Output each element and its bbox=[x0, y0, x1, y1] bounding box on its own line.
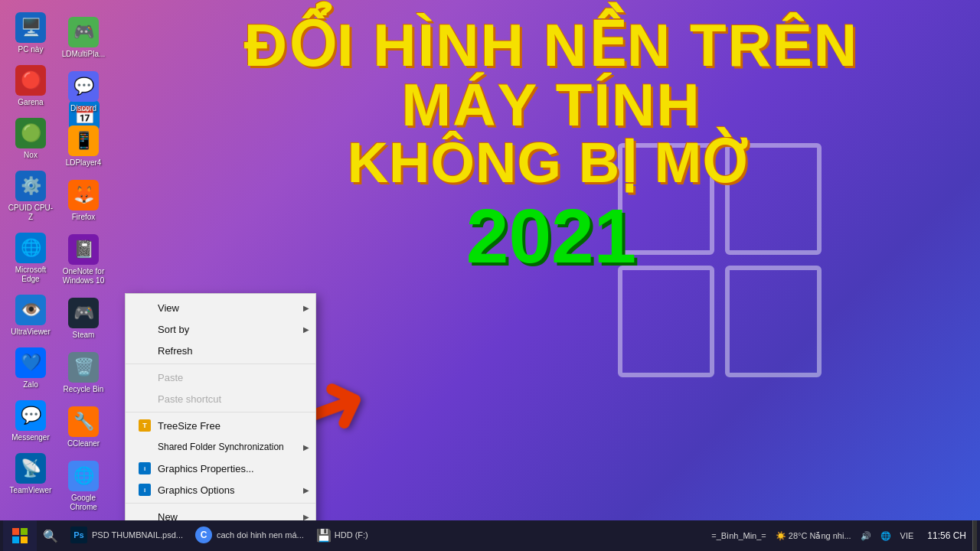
icon-pc[interactable]: 🖥️ PC này bbox=[4, 8, 57, 59]
menu-refresh-label: Refresh bbox=[158, 345, 193, 357]
menu-shared-folder-icon bbox=[138, 440, 152, 454]
taskbar-app-hdd[interactable]: 💾 HDD (F:) bbox=[310, 521, 417, 550]
icon-teamviewer-label: TeamViewer bbox=[10, 486, 52, 495]
menu-graphics-prop-icon: i bbox=[138, 461, 152, 475]
menu-treesize-label: TreeSize Free bbox=[158, 420, 220, 432]
volume-icon: 🔊 bbox=[861, 531, 871, 540]
icon-steam[interactable]: 🎮 Steam bbox=[57, 293, 110, 344]
menu-view-label: View bbox=[158, 302, 179, 314]
menu-refresh-icon bbox=[138, 344, 152, 357]
icon-recyclebin[interactable]: 🗑️ Recycle Bin bbox=[57, 347, 110, 399]
teamviewer-icon: 📡 bbox=[15, 453, 46, 484]
svg-rect-0 bbox=[620, 145, 712, 253]
menu-graphics-properties[interactable]: i Graphics Properties... bbox=[126, 458, 315, 479]
taskbar-search-button[interactable]: 🔍 bbox=[37, 522, 64, 549]
icon-teamviewer[interactable]: 📡 TeamViewer bbox=[4, 448, 57, 500]
taskbar-app-chrome[interactable]: C cach doi hinh nen má... bbox=[189, 521, 310, 550]
garena-icon: 🔴 bbox=[15, 65, 46, 96]
chrome-taskbar-label: cach doi hinh nen má... bbox=[217, 530, 304, 540]
taskbar-app-photoshop[interactable]: Ps PSD THUMBNAIL.psd... bbox=[64, 521, 189, 550]
menu-sort-label: Sort by bbox=[158, 324, 189, 335]
icon-ldmulti-label: LDMultiPla... bbox=[62, 50, 106, 59]
icon-ccleaner-label: CCleaner bbox=[67, 439, 100, 448]
svg-rect-1 bbox=[727, 145, 819, 253]
menu-sort-arrow: ▶ bbox=[303, 325, 309, 334]
icon-discord[interactable]: 💬 Discord bbox=[57, 67, 110, 118]
icon-garena-label: Garena bbox=[18, 98, 43, 107]
svg-rect-7 bbox=[21, 536, 28, 543]
icon-firefox-label: Firefox bbox=[72, 213, 96, 222]
onenote-icon: 📓 bbox=[68, 234, 99, 265]
icon-msedge-label: Microsoft Edge bbox=[7, 266, 54, 284]
photoshop-taskbar-label: PSD THUMBNAIL.psd... bbox=[92, 530, 183, 540]
icon-messenger[interactable]: 💬 Messenger bbox=[4, 396, 57, 447]
menu-treesize[interactable]: T TreeSize Free bbox=[126, 415, 315, 436]
icon-onenote[interactable]: 📓 OneNote for Windows 10 bbox=[57, 230, 110, 290]
ldmulti-icon: 🎮 bbox=[68, 17, 99, 47]
tray-weather[interactable]: ☀️ 28°C Nắng nhi... bbox=[773, 530, 854, 543]
cpuid-icon: ⚙️ bbox=[15, 171, 46, 201]
menu-view-arrow: ▶ bbox=[303, 304, 309, 312]
menu-paste-icon bbox=[138, 370, 152, 384]
icon-ultraviewer-label: UltraViewer bbox=[11, 328, 51, 337]
messenger-icon: 💬 bbox=[15, 400, 46, 431]
tray-volume[interactable]: 🔊 bbox=[858, 530, 874, 543]
firefox-icon: 🦊 bbox=[68, 180, 99, 210]
icon-messenger-label: Messenger bbox=[11, 433, 49, 442]
menu-graphics-options-label: Graphics Options bbox=[158, 484, 234, 496]
icon-ldplayer4[interactable]: 📱 LDPlayer4 bbox=[57, 121, 110, 172]
network-icon: 🌐 bbox=[880, 531, 891, 540]
svg-rect-6 bbox=[12, 536, 19, 543]
menu-treesize-icon: T bbox=[138, 419, 152, 432]
menu-graphics-options[interactable]: i Graphics Options ▶ bbox=[126, 479, 315, 500]
icon-nox[interactable]: 🟢 Nox bbox=[4, 113, 57, 165]
start-button[interactable] bbox=[3, 520, 37, 551]
icon-ccleaner[interactable]: 🔧 CCleaner bbox=[57, 402, 110, 453]
menu-sep2 bbox=[126, 412, 315, 412]
hdd-taskbar-icon: 💾 bbox=[316, 528, 330, 543]
icon-cpuid[interactable]: ⚙️ CPUID CPU-Z bbox=[4, 166, 57, 227]
windows-logo-decoration bbox=[612, 138, 827, 383]
icon-chrome[interactable]: 🌐 Google Chrome bbox=[57, 456, 110, 517]
clock-time: 11:56 CH bbox=[927, 530, 966, 541]
menu-paste-shortcut-icon bbox=[138, 392, 152, 406]
desktop-icons-col2: 🎮 LDMultiPla... 💬 Discord 📱 LDPlayer4 🦊 … bbox=[55, 8, 112, 551]
icon-ultraviewer[interactable]: 👁️ UltraViewer bbox=[4, 290, 57, 341]
discord-icon: 💬 bbox=[68, 71, 99, 102]
icon-ldmulti[interactable]: 🎮 LDMultiPla... bbox=[57, 12, 110, 64]
svg-rect-4 bbox=[12, 528, 19, 535]
search-icon: 🔍 bbox=[43, 529, 58, 543]
icon-discord-label: Discord bbox=[70, 104, 96, 113]
menu-refresh[interactable]: Refresh bbox=[126, 340, 315, 361]
hdd-taskbar-label: HDD (F:) bbox=[335, 530, 368, 540]
svg-rect-3 bbox=[727, 268, 819, 375]
menu-view[interactable]: View ▶ bbox=[126, 297, 315, 318]
menu-shared-folder-label: Shared Folder Synchronization bbox=[158, 442, 284, 452]
menu-shared-folder[interactable]: Shared Folder Synchronization ▶ bbox=[126, 436, 315, 458]
menu-graphics-options-icon: i bbox=[138, 483, 152, 497]
ldplayer4-icon: 📱 bbox=[68, 126, 99, 156]
menu-new-arrow: ▶ bbox=[303, 513, 309, 521]
icon-firefox[interactable]: 🦊 Firefox bbox=[57, 175, 110, 227]
menu-paste-shortcut: Paste shortcut bbox=[126, 388, 315, 409]
tray-ime[interactable]: =_Bình_Min_= bbox=[708, 530, 769, 542]
icon-cpuid-label: CPUID CPU-Z bbox=[7, 204, 54, 222]
system-tray: =_Bình_Min_= ☀️ 28°C Nắng nhi... 🔊 🌐 VIE bbox=[704, 520, 921, 551]
tray-network[interactable]: 🌐 bbox=[877, 530, 894, 543]
icon-garena[interactable]: 🔴 Garena bbox=[4, 60, 57, 112]
weather-icon: ☀️ bbox=[776, 531, 786, 540]
taskbar-clock[interactable]: 11:56 CH bbox=[921, 520, 972, 551]
menu-sort-by[interactable]: Sort by ▶ bbox=[126, 318, 315, 340]
taskbar: 🔍 Ps PSD THUMBNAIL.psd... C cach doi hin… bbox=[0, 520, 980, 551]
tray-language[interactable]: VIE bbox=[897, 530, 917, 542]
chrome-taskbar-icon: C bbox=[195, 527, 212, 543]
zalo-icon: 💙 bbox=[15, 347, 46, 378]
show-desktop-button[interactable] bbox=[972, 520, 977, 551]
pc-icon: 🖥️ bbox=[15, 12, 46, 43]
chrome-icon: 🌐 bbox=[68, 461, 99, 491]
menu-graphics-properties-label: Graphics Properties... bbox=[158, 463, 254, 474]
menu-paste-label: Paste bbox=[158, 372, 183, 383]
icon-steam-label: Steam bbox=[73, 331, 95, 340]
icon-zalo[interactable]: 💙 Zalo bbox=[4, 343, 57, 394]
icon-msedge[interactable]: 🌐 Microsoft Edge bbox=[4, 228, 57, 289]
